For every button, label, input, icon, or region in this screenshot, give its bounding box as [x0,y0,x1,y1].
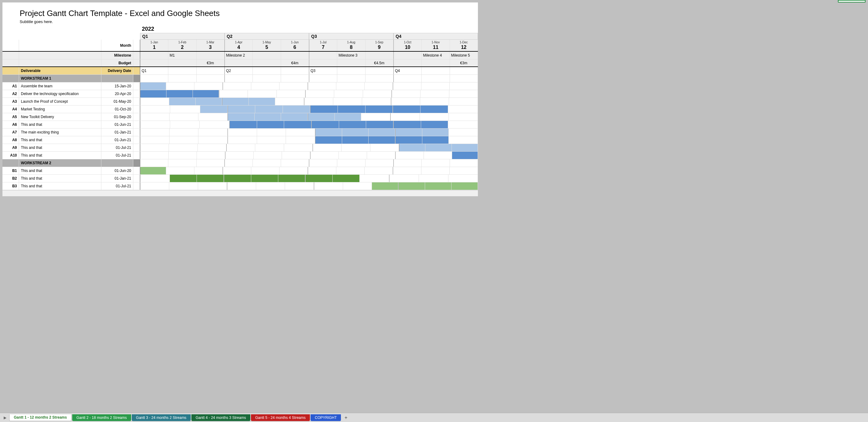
cell[interactable] [393,106,421,113]
task-name[interactable]: This and that [19,175,101,182]
cell[interactable] [193,90,219,97]
cell[interactable] [197,175,224,182]
cell[interactable] [336,82,365,90]
task-row[interactable]: A3Launch the Proof of Concept01-May-20 [2,98,478,106]
cell[interactable] [369,129,395,136]
cell[interactable] [254,152,282,159]
budget-cell-3[interactable]: €3m [196,59,224,66]
cell[interactable] [448,106,478,113]
gantt-bar[interactable] [169,98,195,105]
cell[interactable] [361,113,391,120]
gantt-bar[interactable] [396,136,422,144]
cell[interactable] [275,98,304,105]
cell[interactable] [366,106,393,113]
gantt-bar[interactable] [196,98,222,105]
gantt-bar[interactable] [342,129,369,136]
qlabel-cell-10[interactable]: Q4 [394,67,422,75]
gantt-bar[interactable] [335,113,361,120]
cell[interactable] [422,136,449,144]
milestone-cell-3[interactable] [196,52,224,59]
cell[interactable] [308,113,335,120]
cell[interactable] [450,167,478,174]
task-row[interactable]: B1This and that01-Jun-20 [2,167,478,175]
gantt-bar[interactable] [170,175,196,182]
cell[interactable] [169,144,197,151]
cell[interactable] [313,144,342,151]
cell[interactable] [420,113,449,120]
cell[interactable] [223,167,251,174]
cell[interactable] [335,113,362,120]
cell[interactable] [366,121,394,128]
qlabel-cell-2[interactable] [168,67,196,75]
cell[interactable] [227,129,257,136]
cell[interactable] [168,152,197,159]
cell[interactable] [140,129,169,136]
cell[interactable] [422,75,450,82]
cell[interactable] [140,136,169,144]
milestone-cell-6[interactable] [281,52,309,59]
cell[interactable] [256,182,285,190]
gantt-bar[interactable] [422,129,449,136]
task-date[interactable]: 01-Sep-20 [101,113,133,120]
cell[interactable] [227,136,257,144]
gantt-bar[interactable] [452,144,477,151]
cell[interactable] [282,152,310,159]
cell[interactable] [304,98,333,105]
cell[interactable] [337,159,365,167]
cell[interactable] [257,129,286,136]
cell[interactable] [194,82,223,90]
cell[interactable] [310,106,338,113]
milestone-cell-9[interactable] [366,52,394,59]
cell[interactable] [398,182,425,190]
cell[interactable] [394,75,422,82]
cell[interactable] [140,152,168,159]
gantt-bar[interactable] [193,90,219,97]
gantt-bar[interactable] [421,121,448,128]
gantt-bar[interactable] [257,121,284,128]
cell[interactable] [425,182,452,190]
cell[interactable] [363,90,392,97]
gantt-bar[interactable] [141,90,166,97]
task-name[interactable]: Market Testing [19,106,101,113]
cell[interactable] [278,175,305,182]
cell[interactable] [449,98,478,105]
quarter-q4[interactable]: Q4 [394,33,478,40]
cell[interactable] [360,175,389,182]
cell[interactable] [140,182,169,190]
cell[interactable] [140,121,170,128]
cell[interactable] [253,159,281,167]
gantt-bar[interactable] [452,182,477,190]
task-row[interactable]: A4Market Testing01-Oct-20 [2,106,478,113]
gantt-bar[interactable] [399,144,425,151]
cell[interactable] [169,182,198,190]
task-name[interactable]: This and that [19,136,101,144]
gantt-bar[interactable] [396,129,422,136]
cell[interactable] [372,182,398,190]
qlabel-cell-6[interactable] [281,67,309,75]
cell[interactable] [283,106,310,113]
cell[interactable] [285,182,314,190]
gantt-bar[interactable] [141,82,166,90]
cell[interactable] [395,129,422,136]
cell[interactable] [227,113,255,120]
task-date[interactable]: 20-Apr-20 [101,90,133,97]
cell[interactable] [422,82,450,90]
cell[interactable] [227,182,256,190]
cell[interactable] [196,98,222,105]
cell[interactable] [365,82,393,90]
month-header-10[interactable]: 1-Oct10 [394,40,422,51]
gantt-bar[interactable] [251,175,278,182]
cell[interactable] [284,144,313,151]
gantt-bar[interactable] [315,136,342,144]
gantt-bar[interactable] [333,175,359,182]
cell[interactable] [200,106,227,113]
spreadsheet-canvas[interactable]: Project Gantt Chart Template - Excel and… [2,2,478,196]
cell[interactable] [226,144,255,151]
task-date[interactable]: 01-Jul-21 [101,182,133,190]
month-header-5[interactable]: 1-May5 [253,40,281,51]
gantt-bar[interactable] [394,121,421,128]
cell[interactable] [449,129,478,136]
quarter-q3[interactable]: Q3 [309,33,394,40]
cell[interactable] [140,90,166,97]
cell[interactable] [366,159,394,167]
